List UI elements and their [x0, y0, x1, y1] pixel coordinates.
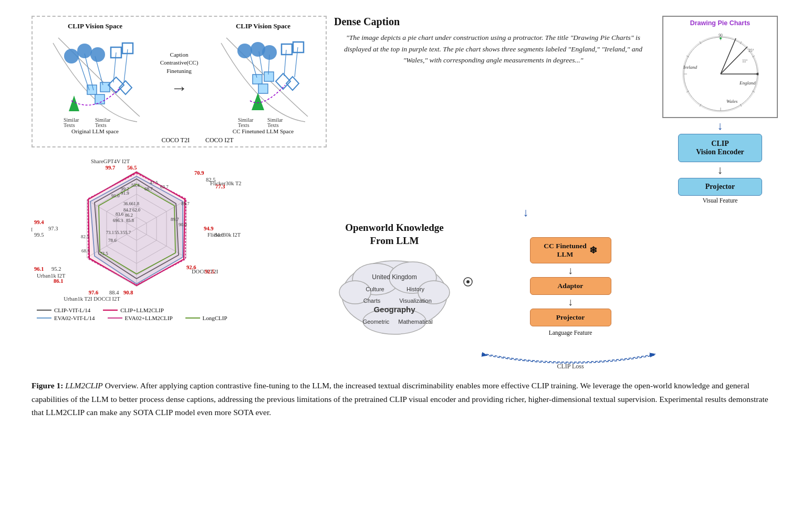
legend-eva02-llm2clip: EVA02+LLM2CLIP: [108, 315, 173, 321]
svg-text:99.4: 99.4: [34, 219, 44, 225]
svg-text:73.1: 73.1: [106, 230, 114, 235]
svg-text:47.5: 47.5: [150, 180, 158, 185]
pipeline-section: CC FinetunedLLM ❄ ↓ Adaptor ↓ Projector …: [481, 221, 660, 370]
connector-svg: [460, 274, 476, 290]
svg-line-31: [250, 54, 257, 78]
legend-line-clip-vit: [37, 310, 51, 311]
radar-svg: ShareGPT4V I2T 99.7 56.5 Flicker30k T2I …: [32, 153, 242, 310]
svg-text:England: England: [739, 80, 756, 86]
legend-label-longclip: LongCLIP: [203, 315, 227, 321]
original-llm-label: Original LLM space: [71, 128, 119, 134]
knowledge-row: Openworld Knowledge From LLM United K: [334, 221, 780, 370]
svg-text:25°: 25°: [748, 48, 754, 53]
svg-text:73.5: 73.5: [100, 251, 108, 256]
svg-text:84.0: 84.0: [214, 232, 224, 238]
coco-t2i-label: COCO T2I: [161, 136, 189, 144]
svg-point-2: [90, 47, 105, 62]
svg-point-130: [720, 37, 722, 39]
projector2-box: Projector: [678, 178, 762, 196]
svg-text:83.6: 83.6: [116, 211, 123, 217]
arrow-down-2: ↓: [568, 296, 573, 307]
svg-text:90.0: 90.0: [179, 222, 187, 227]
dense-caption-section: Dense Caption "The image depicts a pie c…: [334, 16, 652, 66]
svg-text:61.8: 61.8: [131, 201, 139, 206]
svg-text:77.3: 77.3: [215, 184, 225, 189]
connector-circles: [460, 221, 476, 290]
svg-rect-7: [100, 82, 110, 92]
svg-text:89.7: 89.7: [181, 201, 190, 206]
svg-text:ShareGPT4V I2T: ShareGPT4V I2T: [91, 158, 130, 164]
left-column: CLIP Vision Space: [32, 16, 327, 321]
down-arrow-to-encoder: ↓: [717, 120, 723, 132]
pie-chart-svg: 90 0 25° 11° England Ireland Wales: [663, 27, 778, 117]
projector1-box: Projector: [530, 309, 611, 326]
clip-encoder-label: CLIPVision Encoder: [696, 140, 744, 156]
right-clip-svg: Similar Texts Similar Texts: [211, 33, 316, 127]
legend-eva02: EVA02-VIT-L/14: [37, 315, 95, 321]
top-row: Dense Caption "The image depicts a pie c…: [334, 16, 780, 204]
legend-label-clip-vit: CLIP-VIT-L/14: [54, 307, 90, 313]
svg-text:United Kingdom: United Kingdom: [372, 273, 417, 281]
right-arrow-icon: →: [171, 78, 188, 98]
visual-feature-label: Visual Feature: [703, 197, 738, 204]
left-clip-space: CLIP Vision Space: [40, 22, 150, 134]
svg-text:55.7: 55.7: [123, 230, 131, 235]
svg-line-15: [124, 49, 128, 82]
legend-longclip: LongCLIP: [185, 315, 227, 321]
adaptor-label: Adaptor: [558, 282, 584, 290]
svg-text:99.7: 99.7: [106, 165, 115, 171]
svg-text:91.9: 91.9: [121, 190, 129, 196]
svg-text:85.8: 85.8: [126, 218, 134, 223]
projector2-label: Projector: [705, 183, 735, 190]
language-feature-label: Language Feature: [549, 330, 592, 336]
right-clip-title: CLIP Vision Space: [236, 22, 290, 30]
clip-loss-section: CLIP Loss: [481, 344, 660, 370]
down-arrow-to-projector2: ↓: [717, 164, 723, 176]
svg-marker-5: [69, 96, 79, 111]
caption-body-text: Overview. After applying caption contras…: [32, 381, 768, 417]
legend-clip-vit: CLIP-VIT-L/14: [37, 307, 90, 313]
svg-text:68.5: 68.5: [81, 248, 90, 253]
svg-point-131: [756, 73, 758, 75]
caption-italic-text: LLM2CLIP: [65, 381, 103, 390]
svg-rect-24: [293, 42, 304, 52]
svg-text:696.3: 696.3: [113, 218, 123, 223]
svg-text:Geography: Geography: [373, 305, 415, 314]
snowflake-icon: ❄: [589, 245, 597, 256]
arrow-caption-section: CaptionContrastive(CC)Finetuning →: [150, 22, 208, 98]
left-clip-title: CLIP Vision Space: [68, 22, 122, 30]
svg-point-0: [64, 49, 79, 63]
svg-rect-27: [264, 72, 274, 81]
dense-caption-text: "The image depicts a pie chart under con…: [334, 32, 652, 66]
svg-text:55.4: 55.4: [131, 183, 140, 188]
far-right-section: Drawing Pie Charts: [660, 16, 780, 204]
svg-text:Urban1k T2I DOCCI I2T: Urban1k T2I DOCCI I2T: [64, 296, 120, 302]
svg-text:Texts: Texts: [95, 122, 107, 127]
knowledge-title: Openworld Knowledge From LLM: [345, 221, 443, 247]
caption-label: Figure 1:: [32, 381, 63, 390]
legend-line-eva02: [37, 317, 51, 319]
svg-text:84.2: 84.2: [123, 207, 131, 213]
svg-text:99.5: 99.5: [34, 232, 44, 238]
knowledge-cloud-svg: United Kingdom Culture History Charts Vi…: [334, 250, 455, 340]
svg-text:95.2: 95.2: [51, 266, 61, 272]
svg-text:91.0: 91.0: [111, 193, 120, 198]
legend-label-eva02: EVA02-VIT-L/14: [54, 315, 95, 321]
radar-legend: CLIP-VIT-L/14 CLIP+LLM2CLIP EVA02-VIT-L/…: [37, 307, 327, 321]
legend-line-eva02-llm2clip: [108, 317, 122, 319]
svg-text:Texts: Texts: [267, 122, 279, 127]
adaptor-box: Adaptor: [530, 277, 611, 295]
legend-row-1: CLIP-VIT-L/14 CLIP+LLM2CLIP: [37, 307, 327, 313]
svg-rect-26: [253, 75, 262, 84]
svg-text:63.7: 63.7: [160, 184, 169, 189]
svg-text:88.4: 88.4: [109, 290, 119, 295]
left-clip-svg: Similar Texts Similar Texts: [43, 33, 148, 127]
svg-text:36.6: 36.6: [123, 201, 131, 206]
dense-caption-title: Dense Caption: [334, 16, 652, 28]
svg-text:Texts: Texts: [238, 122, 249, 127]
svg-text:Ireland: Ireland: [683, 65, 698, 70]
svg-line-34: [284, 50, 286, 76]
svg-text:94.9: 94.9: [204, 226, 213, 231]
svg-text:Geometric: Geometric: [363, 319, 390, 325]
svg-text:82.5: 82.5: [81, 234, 89, 239]
